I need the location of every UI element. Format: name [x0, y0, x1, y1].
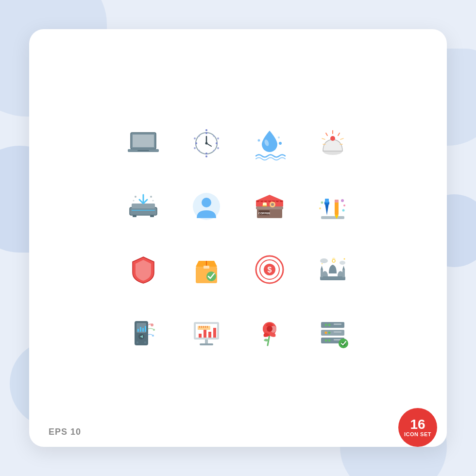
icon-flower [243, 306, 296, 359]
svg-line-31 [322, 138, 325, 139]
svg-rect-69 [204, 266, 209, 269]
svg-rect-111 [200, 343, 213, 345]
svg-point-25 [278, 136, 280, 138]
svg-point-10 [213, 136, 215, 137]
svg-line-32 [340, 138, 343, 139]
icon-count-badge: 16 ICON SET [398, 408, 437, 447]
svg-rect-36 [132, 204, 155, 208]
svg-rect-89 [142, 328, 144, 332]
svg-rect-94 [144, 341, 146, 343]
svg-point-11 [199, 150, 200, 152]
svg-rect-1 [133, 135, 154, 147]
svg-point-84 [322, 263, 323, 264]
badge-text: ICON SET [404, 431, 431, 437]
svg-rect-123 [334, 323, 341, 325]
svg-point-21 [194, 137, 196, 139]
svg-rect-100 [199, 334, 202, 338]
svg-rect-124 [334, 331, 341, 333]
svg-rect-58 [325, 199, 329, 203]
svg-rect-39 [150, 215, 154, 217]
icon-user [180, 180, 233, 233]
svg-rect-101 [204, 330, 206, 338]
svg-point-42 [150, 196, 152, 198]
svg-marker-79 [342, 266, 345, 270]
icon-grid: COFFEE [117, 117, 359, 359]
svg-point-81 [320, 258, 328, 263]
svg-point-19 [205, 155, 207, 157]
svg-point-8 [216, 142, 218, 144]
icon-coffee-stall: COFFEE [243, 180, 296, 233]
icon-water-drop [243, 117, 296, 170]
svg-text:COFFEE: COFFEE [258, 212, 270, 215]
svg-rect-93 [136, 341, 138, 343]
svg-point-41 [135, 196, 136, 198]
svg-rect-87 [137, 329, 139, 332]
svg-point-118 [328, 324, 331, 326]
svg-point-64 [342, 209, 345, 212]
svg-point-24 [279, 142, 282, 145]
svg-point-44 [153, 200, 154, 202]
svg-rect-38 [133, 215, 136, 217]
svg-point-5 [205, 132, 207, 134]
svg-point-120 [328, 332, 331, 334]
svg-line-30 [338, 133, 340, 136]
svg-rect-51 [262, 205, 267, 206]
svg-point-122 [328, 340, 331, 342]
svg-rect-48 [256, 206, 283, 209]
main-card: COFFEE [29, 29, 447, 447]
svg-point-18 [217, 147, 219, 149]
icon-secure-server [306, 306, 359, 359]
svg-point-66 [319, 207, 321, 209]
icon-presentation [180, 306, 233, 359]
svg-rect-103 [213, 328, 216, 338]
svg-point-121 [325, 340, 327, 342]
icon-music-player [117, 306, 170, 359]
svg-point-63 [343, 204, 345, 206]
svg-point-62 [341, 199, 344, 202]
svg-point-80 [332, 259, 335, 262]
icon-laptop [117, 117, 170, 170]
svg-rect-61 [335, 200, 339, 203]
svg-rect-90 [145, 326, 146, 332]
icon-pen-tools [306, 180, 359, 233]
svg-point-9 [199, 136, 200, 137]
svg-marker-49 [256, 195, 283, 201]
svg-point-43 [133, 200, 135, 202]
icon-package [180, 243, 233, 296]
svg-point-46 [202, 198, 211, 207]
svg-marker-77 [321, 266, 323, 270]
svg-rect-102 [208, 332, 211, 338]
icon-scanner [117, 180, 170, 233]
svg-rect-76 [321, 270, 323, 277]
svg-rect-35 [130, 207, 157, 215]
svg-point-113 [267, 326, 272, 332]
svg-rect-3 [137, 150, 149, 151]
svg-line-29 [326, 133, 327, 136]
svg-rect-88 [140, 327, 141, 332]
svg-text:$: $ [268, 266, 272, 274]
svg-point-53 [271, 203, 274, 206]
eps-label: EPS 10 [49, 427, 81, 437]
svg-point-83 [344, 258, 345, 260]
svg-point-6 [205, 153, 207, 154]
icon-clock [180, 117, 233, 170]
svg-point-16 [205, 129, 207, 131]
svg-point-82 [340, 261, 345, 265]
icon-shield [117, 243, 170, 296]
svg-point-65 [321, 202, 323, 204]
svg-rect-110 [205, 340, 208, 343]
svg-rect-56 [321, 216, 344, 219]
svg-point-17 [217, 137, 219, 139]
svg-point-15 [205, 142, 208, 145]
icon-dollar-target: $ [243, 243, 296, 296]
icon-mosque [306, 243, 359, 296]
svg-point-12 [213, 150, 215, 152]
svg-rect-75 [320, 276, 345, 280]
svg-point-20 [194, 147, 196, 149]
icon-alarm [306, 117, 359, 170]
svg-point-119 [325, 332, 327, 334]
svg-rect-78 [342, 270, 345, 277]
svg-point-7 [195, 142, 197, 144]
badge-number: 16 [410, 418, 425, 431]
svg-point-23 [258, 139, 260, 142]
